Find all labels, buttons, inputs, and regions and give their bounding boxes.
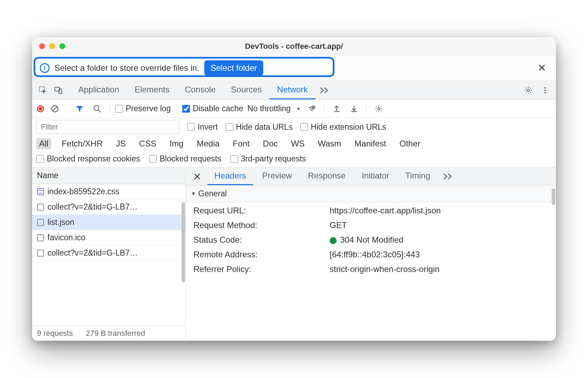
filter-funnel-icon[interactable] <box>73 102 86 115</box>
type-ws[interactable]: WS <box>288 138 308 149</box>
network-conditions-icon[interactable] <box>305 102 318 115</box>
details-scrollbar[interactable] <box>552 188 555 205</box>
kebab-menu-icon[interactable] <box>538 84 552 97</box>
request-item[interactable]: collect?v=2&tid=G-LB7… <box>32 245 185 261</box>
general-section-header[interactable]: ▼ General <box>186 186 556 202</box>
type-manifest[interactable]: Manifest <box>352 138 389 149</box>
record-button[interactable] <box>37 105 44 112</box>
request-item-selected[interactable]: list.json <box>32 215 185 230</box>
blocked-requests-checkbox[interactable]: Blocked requests <box>149 154 221 164</box>
infobar-close-button[interactable] <box>536 61 548 75</box>
css-file-icon <box>37 188 44 195</box>
info-icon: i <box>40 63 50 73</box>
kv-value: strict-origin-when-cross-origin <box>330 264 548 274</box>
svg-point-3 <box>527 89 529 91</box>
preserve-log-label: Preserve log <box>126 104 171 113</box>
inspect-element-icon[interactable] <box>36 84 50 97</box>
export-har-icon[interactable] <box>330 102 343 115</box>
detail-tab-preview[interactable]: Preview <box>255 167 299 185</box>
type-wasm[interactable]: Wasm <box>315 138 344 149</box>
options-row: Blocked response cookies Blocked request… <box>32 152 556 167</box>
hide-extension-urls-checkbox[interactable]: Hide extension URLs <box>300 122 386 132</box>
titlebar: DevTools - coffee-cart.app/ <box>32 37 556 55</box>
infobar-container: i Select a folder to store override file… <box>32 55 556 81</box>
tab-sources[interactable]: Sources <box>223 81 270 99</box>
tab-application[interactable]: Application <box>71 81 127 99</box>
svg-point-5 <box>544 90 546 91</box>
device-toggle-icon[interactable] <box>52 84 65 97</box>
request-list-panel: Name index-b859522e.css collect?v=2&tid=… <box>32 167 186 341</box>
svg-point-9 <box>94 106 99 111</box>
filter-input[interactable] <box>36 120 179 134</box>
invert-checkbox[interactable]: Invert <box>187 122 218 132</box>
throttling-dropdown[interactable]: No throttling ▼ <box>248 104 301 113</box>
svg-point-12 <box>378 107 380 109</box>
type-js[interactable]: JS <box>113 138 128 149</box>
tab-console[interactable]: Console <box>177 81 223 99</box>
kv-key: Status Code: <box>193 235 330 245</box>
network-status-bar: 9 requests 279 B transferred <box>32 326 185 341</box>
general-key-values: Request URL: https://coffee-cart.app/lis… <box>186 202 556 278</box>
window-close-button[interactable] <box>39 43 45 49</box>
detail-tab-headers[interactable]: Headers <box>207 167 253 185</box>
type-fetchxhr[interactable]: Fetch/XHR <box>59 138 105 149</box>
kv-value: https://coffee-cart.app/list.json <box>330 206 548 216</box>
tab-elements[interactable]: Elements <box>127 81 177 99</box>
kv-value: [64:ff9b::4b02:3c05]:443 <box>330 250 548 259</box>
svg-point-6 <box>544 92 546 93</box>
clear-icon[interactable] <box>48 102 61 115</box>
type-css[interactable]: CSS <box>136 138 159 149</box>
column-header-name[interactable]: Name <box>32 167 185 184</box>
type-font[interactable]: Font <box>230 138 252 149</box>
chevron-down-icon: ▼ <box>296 106 301 112</box>
type-doc[interactable]: Doc <box>260 138 281 149</box>
tab-network[interactable]: Network <box>270 81 316 99</box>
search-icon[interactable] <box>90 102 104 115</box>
window-title: DevTools - coffee-cart.app/ <box>32 42 556 51</box>
infobar: i Select a folder to store override file… <box>32 55 556 81</box>
svg-line-10 <box>98 110 101 112</box>
network-settings-gear-icon[interactable] <box>372 102 385 115</box>
request-details-panel: Headers Preview Response Initiator Timin… <box>186 167 556 341</box>
kv-key: Referrer Policy: <box>193 264 330 274</box>
network-toolbar: Preserve log Disable cache No throttling… <box>32 100 556 118</box>
resource-types-row: All Fetch/XHR JS CSS Img Media Font Doc … <box>32 136 556 152</box>
request-list-scrollbar[interactable] <box>182 202 185 282</box>
blocked-response-cookies-checkbox[interactable]: Blocked response cookies <box>36 154 140 164</box>
file-icon <box>37 250 44 257</box>
type-other[interactable]: Other <box>397 138 423 149</box>
disable-cache-label: Disable cache <box>193 104 243 113</box>
tabstrip-right-icons <box>522 84 552 97</box>
svg-point-4 <box>544 87 546 89</box>
type-all[interactable]: All <box>36 138 51 149</box>
detail-more-tabs-button[interactable] <box>439 173 457 180</box>
detail-tab-initiator[interactable]: Initiator <box>355 167 396 185</box>
detail-close-button[interactable] <box>189 167 205 185</box>
request-item[interactable]: collect?v=2&tid=G-LB7… <box>32 199 185 215</box>
detail-tab-timing[interactable]: Timing <box>398 167 437 185</box>
request-item[interactable]: favicon.ico <box>32 230 185 245</box>
kv-key: Remote Address: <box>193 250 330 259</box>
type-media[interactable]: Media <box>194 138 222 149</box>
devtools-window: DevTools - coffee-cart.app/ i Select a f… <box>32 37 556 341</box>
detail-tab-response[interactable]: Response <box>301 167 353 185</box>
file-icon <box>37 234 44 241</box>
disable-cache-checkbox[interactable]: Disable cache <box>182 104 243 113</box>
preserve-log-checkbox[interactable]: Preserve log <box>115 104 171 113</box>
request-item[interactable]: index-b859522e.css <box>32 184 185 199</box>
settings-gear-icon[interactable] <box>522 84 535 97</box>
window-controls <box>32 43 65 49</box>
infobar-message: Select a folder to store override files … <box>54 63 199 73</box>
import-har-icon[interactable] <box>347 102 361 115</box>
tabstrip: Application Elements Console Sources Net… <box>32 81 556 100</box>
hide-data-urls-checkbox[interactable]: Hide data URLs <box>226 122 293 132</box>
third-party-requests-checkbox[interactable]: 3rd-party requests <box>230 154 306 164</box>
filter-row: Invert Hide data URLs Hide extension URL… <box>32 118 556 136</box>
type-img[interactable]: Img <box>167 138 186 149</box>
window-maximize-button[interactable] <box>59 43 65 49</box>
status-dot-icon <box>330 237 337 244</box>
window-minimize-button[interactable] <box>49 43 55 49</box>
kv-key: Request URL: <box>193 206 330 216</box>
select-folder-button[interactable]: Select folder <box>204 60 263 76</box>
more-tabs-button[interactable] <box>316 81 334 99</box>
